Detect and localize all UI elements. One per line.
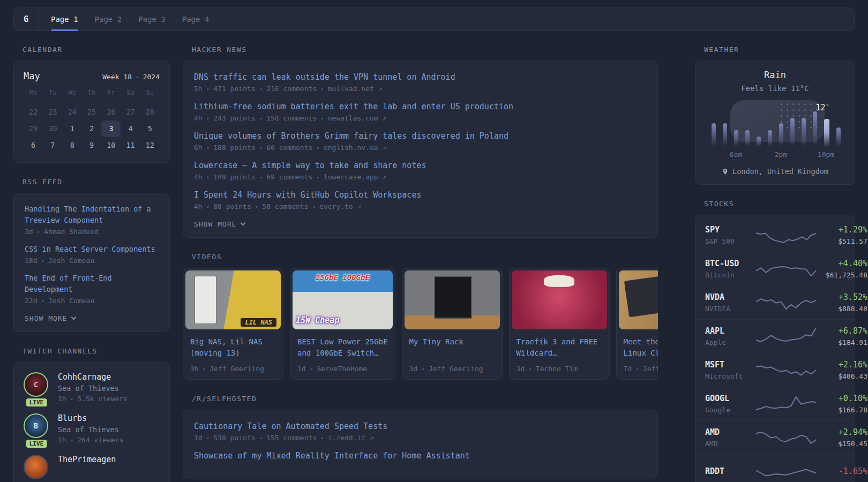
top-navigation: G Page 1 Page 2 Page 3 Page 4 — [13, 7, 855, 31]
twitch-heading: TWITCH CHANNELS — [13, 347, 170, 355]
channel-info: CohhCarnage Sea of Thieves 1h•5.5k viewe… — [58, 372, 128, 403]
page-tab[interactable]: Page 1 — [51, 8, 78, 31]
calendar-day: 26 — [101, 104, 121, 120]
channel-avatar[interactable]: B LIVE — [24, 413, 49, 444]
article-link[interactable]: DNS traffic can leak outside the VPN tun… — [194, 72, 455, 82]
video-title-link[interactable]: Big NAS, Lil NAS (moving 13) — [190, 336, 276, 360]
video-meta: 1d•ServeTheHome — [297, 365, 388, 373]
page-tab[interactable]: Page 3 — [138, 8, 166, 31]
stock-price: $61,725.48 — [816, 271, 867, 279]
channel-avatar[interactable] — [24, 455, 49, 479]
channel-name-link[interactable]: ThePrimeagen — [58, 455, 116, 464]
article-link[interactable]: Lowercase – A simple way to take and sha… — [194, 161, 426, 170]
stock-price: $888.40 — [816, 305, 867, 313]
calendar-day: 10 — [101, 137, 121, 154]
stock-values: +2.16% $406.43 — [816, 360, 867, 380]
stock-symbol: SPY — [705, 225, 756, 235]
video-thumbnail[interactable] — [512, 270, 607, 329]
stock-row[interactable]: GOOGL Google +0.10% $166.78 — [695, 387, 855, 420]
channel-name-link[interactable]: CohhCarnage — [58, 372, 128, 382]
calendar-day: 12 — [140, 137, 160, 154]
weather-location: London, United Kingdom — [704, 167, 846, 176]
feed-item: Unique volumes of Brothers Grimm fairy t… — [194, 130, 647, 152]
twitch-channel[interactable]: B LIVE Blurbs Sea of Thieves 1h•264 view… — [24, 413, 160, 444]
channel-info: Blurbs Sea of Thieves 1h•264 viewers — [58, 413, 123, 444]
video-card[interactable]: FAS Meet the Linux Clu 7d•Jeff — [616, 268, 658, 380]
video-card[interactable]: 25GbE 100GbE 15W Cheap BEST Low Power 25… — [290, 268, 395, 380]
video-thumbnail[interactable]: FAS — [619, 270, 658, 329]
thumbnail-caption: 15W Cheap — [296, 315, 339, 325]
stock-row[interactable]: SPY S&P 500 +1.29% $511.57 — [695, 218, 855, 252]
video-title-link[interactable]: BEST Low Power 25GbE and 100GbE Switch… — [297, 336, 388, 360]
weather-bar — [734, 130, 738, 147]
article-link[interactable]: The End of Front-End Development — [25, 274, 112, 293]
video-thumbnail[interactable] — [405, 270, 500, 329]
weather-feels-like: Feels like 11°C — [704, 84, 846, 93]
stock-symbol: MSFT — [705, 360, 756, 370]
stock-name: Apple — [705, 338, 756, 347]
stock-price: $150.45 — [816, 440, 867, 448]
channel-name-link[interactable]: Blurbs — [58, 413, 123, 423]
stock-row[interactable]: AMD AMD +2.94% $150.45 — [695, 420, 855, 454]
stocks-widget: SPY S&P 500 +1.29% $511.57 BTC-USD Bitco… — [695, 215, 855, 482]
stock-row[interactable]: BTC-USD Bitcoin +4.40% $61,725.48 — [695, 252, 855, 285]
stock-change: +6.87% — [816, 326, 867, 336]
stock-row[interactable]: RDDT -1.65% — [695, 454, 855, 482]
twitch-channel[interactable]: ThePrimeagen — [24, 455, 160, 479]
feed-item: The End of Front-End Development 22d•Jos… — [25, 273, 159, 305]
stock-name: AMD — [705, 440, 756, 448]
video-info: My Tiny Rack 3d•Jeff Geerling — [402, 332, 502, 379]
video-info: Meet the Linux Clu 7d•Jeff — [617, 332, 658, 379]
calendar-weekday-row: Mo Tu We Th Fr Sa Su — [24, 89, 160, 104]
article-link[interactable]: Handling The Indentation of a Treeview C… — [25, 205, 151, 224]
page-tab[interactable]: Page 4 — [182, 8, 209, 31]
calendar-day: 24 — [63, 104, 82, 120]
video-title-link[interactable]: Traefik 3 and FREE Wildcard… — [517, 336, 602, 360]
article-link[interactable]: I Spent 24 Hours with GitHub Copilot Wor… — [194, 190, 421, 200]
rss-show-more-button[interactable]: SHOW MORE — [25, 314, 159, 322]
calendar-day: 23 — [43, 104, 62, 120]
live-badge: LIVE — [26, 440, 47, 448]
video-card[interactable]: My Tiny Rack 3d•Jeff Geerling — [402, 268, 503, 380]
app-logo[interactable]: G — [14, 8, 39, 31]
article-link[interactable]: CSS in React Server Components — [25, 245, 155, 253]
hackernews-show-more-button[interactable]: SHOW MORE — [194, 220, 647, 228]
article-link[interactable]: Cautionary Tale on Automated Speed Tests — [194, 421, 387, 431]
calendar-day: 11 — [121, 137, 140, 154]
videos-row[interactable]: LIL NAS Big NAS, Lil NAS (moving 13) 3h•… — [183, 268, 658, 380]
thumbnail-caption: 25GbE 100GbE — [293, 273, 393, 282]
video-meta: 3d•Jeff Geerling — [409, 365, 495, 373]
weather-bar — [813, 111, 817, 147]
video-meta: 7d•Jeff — [624, 365, 658, 373]
stock-symbol: AMD — [705, 427, 756, 437]
article-link[interactable]: Showcase of my Mixed Reality Interface f… — [194, 451, 470, 461]
weather-bar-chart: 12° — [711, 101, 840, 147]
stock-symbol: RDDT — [705, 466, 756, 476]
weather-bar — [836, 127, 841, 147]
stock-symbol-block: SPY S&P 500 — [705, 225, 756, 245]
avatar: C — [24, 372, 48, 397]
stock-values: +2.94% $150.45 — [816, 427, 867, 448]
video-thumbnail[interactable]: LIL NAS — [185, 270, 281, 329]
article-link[interactable]: Unique volumes of Brothers Grimm fairy t… — [194, 131, 508, 141]
weather-widget: Rain Feels like 11°C 12° 6am 2pm 10pm — [695, 61, 855, 185]
stock-price: $511.57 — [816, 237, 867, 245]
stock-change: -1.65% — [816, 466, 867, 476]
video-thumbnail[interactable]: 25GbE 100GbE 15W Cheap — [293, 270, 393, 329]
stock-row[interactable]: MSFT Microsoft +2.16% $406.43 — [695, 353, 855, 387]
stock-row[interactable]: NVDA NVIDIA +3.52% $888.40 — [695, 285, 855, 319]
video-title-link[interactable]: Meet the Linux Clu — [624, 336, 658, 360]
channel-avatar[interactable]: C LIVE — [24, 372, 49, 403]
video-card[interactable]: Traefik 3 and FREE Wildcard… 3d•Techno T… — [509, 268, 610, 380]
video-card[interactable]: LIL NAS Big NAS, Lil NAS (moving 13) 3h•… — [183, 268, 283, 380]
article-link[interactable]: Lithium-free sodium batteries exit the l… — [194, 102, 513, 111]
video-info: Traefik 3 and FREE Wildcard… 3d•Techno T… — [510, 332, 609, 379]
stock-row[interactable]: AAPL Apple +6.87% $184.91 — [695, 319, 855, 353]
page-tab[interactable]: Page 2 — [95, 8, 122, 31]
weather-temp-label: 12° — [816, 103, 829, 112]
video-title-link[interactable]: My Tiny Rack — [409, 336, 495, 360]
avatar — [24, 455, 48, 479]
stock-symbol-block: AMD AMD — [705, 427, 756, 448]
hackernews-widget: DNS traffic can leak outside the VPN tun… — [183, 61, 658, 238]
twitch-channel[interactable]: C LIVE CohhCarnage Sea of Thieves 1h•5.5… — [24, 372, 160, 403]
